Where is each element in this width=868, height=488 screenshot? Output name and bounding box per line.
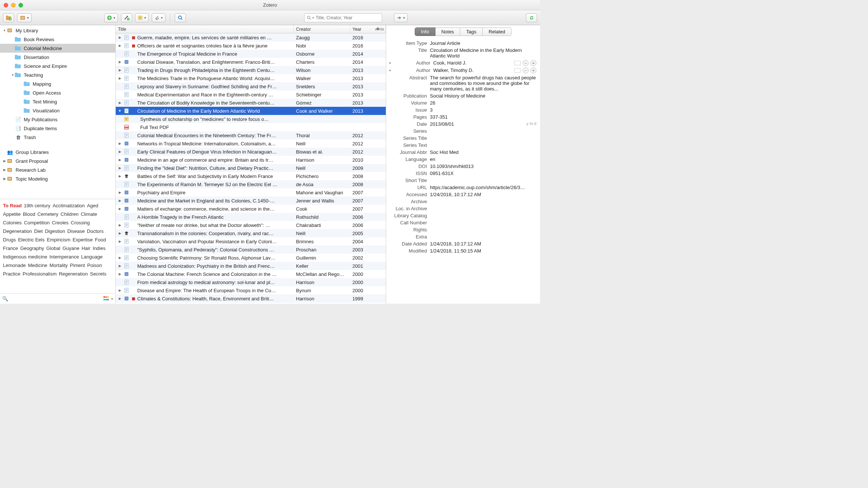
item-row[interactable]: ▶The Circulation of Bodily Knowledge in … xyxy=(116,99,386,107)
item-row[interactable]: Colonial Medical Encounters in the Ninet… xyxy=(116,131,386,139)
tag[interactable]: Food xyxy=(95,235,106,244)
quick-search[interactable]: ▾ xyxy=(304,13,382,22)
item-row[interactable]: PDFFull Text PDF xyxy=(116,123,386,131)
field-value[interactable]: 337-351 xyxy=(430,114,536,120)
special-trash[interactable]: 🗑Trash xyxy=(0,133,115,142)
field-value[interactable]: Soc Hist Med xyxy=(430,149,536,155)
disclosure-icon[interactable]: ▶ xyxy=(116,191,124,194)
item-row[interactable]: ▶Psychiatry and EmpireMahone and Vaughan… xyxy=(116,188,386,197)
item-row[interactable]: ▶Climates & Constitutions: Health, Race,… xyxy=(116,294,386,303)
tag[interactable]: Acclimatization xyxy=(53,201,85,210)
tag[interactable]: Crossing xyxy=(71,218,90,227)
tab-tags[interactable]: Tags xyxy=(460,27,483,36)
new-note-button[interactable]: ▾ xyxy=(135,13,149,22)
new-item-button[interactable]: ▾ xyxy=(104,13,118,22)
disclosure-icon[interactable]: ▶ xyxy=(116,44,124,47)
disclosure-icon[interactable]: ▶ xyxy=(116,231,124,235)
close-window-icon[interactable] xyxy=(4,3,8,7)
tag[interactable]: Blood xyxy=(23,210,35,218)
tag[interactable]: Piment xyxy=(70,261,85,270)
new-library-button[interactable]: ▾ xyxy=(17,13,32,22)
collection-1[interactable]: Colonial Medicine xyxy=(0,44,115,53)
minimize-window-icon[interactable] xyxy=(11,3,16,7)
tag[interactable]: Language xyxy=(81,253,103,261)
disclosure-icon[interactable]: ▶ xyxy=(116,256,124,260)
disclosure-icon[interactable]: ▶ xyxy=(116,158,124,162)
tag[interactable]: Doctors xyxy=(87,227,103,235)
tag[interactable]: Mortality xyxy=(49,261,68,270)
advanced-search-button[interactable] xyxy=(175,13,186,22)
field-value[interactable]: Social History of Medicine xyxy=(430,93,536,99)
item-row[interactable]: The Experiments of Ramón M. Termeyer SJ … xyxy=(116,180,386,188)
item-row[interactable]: Medical Experimentation and Race in the … xyxy=(116,90,386,99)
tag[interactable]: France xyxy=(3,244,18,253)
item-row[interactable]: A Horrible Tragedy in the French Atlanti… xyxy=(116,213,386,221)
collection-3[interactable]: Science and Empire xyxy=(0,62,115,70)
tag[interactable]: Creoles xyxy=(52,218,69,227)
tag[interactable]: Colonies xyxy=(3,218,22,227)
item-row[interactable]: Synthesis of scholarship on "medicines" … xyxy=(116,115,386,123)
tab-info[interactable]: Info xyxy=(415,27,435,36)
disclosure-icon[interactable]: ▶ xyxy=(116,101,124,105)
collection-teaching-0[interactable]: Mapping xyxy=(0,79,115,88)
column-year[interactable]: Year ∨ �ús xyxy=(350,25,386,33)
group-1[interactable]: ▶Research Lab xyxy=(0,165,115,174)
disclosure-icon[interactable]: ▶ xyxy=(116,199,124,202)
tag[interactable]: Digestion xyxy=(45,227,65,235)
field-value[interactable]: 1/24/2018, 10:17:12 AM xyxy=(430,241,536,247)
tag[interactable]: Electric Eels xyxy=(18,235,45,244)
item-row[interactable]: ▶Guerre, maladie, empire. Les services d… xyxy=(116,33,386,42)
tag[interactable]: Climate xyxy=(81,210,97,218)
add-by-identifier-button[interactable] xyxy=(121,13,132,22)
column-title[interactable]: Title xyxy=(116,25,294,33)
field-value[interactable]: 2013/08/01 xyxy=(430,121,524,127)
collection-0[interactable]: Book Reviews xyxy=(0,35,115,44)
field-value[interactable]: 0951-631X xyxy=(430,171,536,176)
column-creator[interactable]: Creator xyxy=(294,25,350,33)
tag[interactable]: Intemperance xyxy=(49,253,79,261)
item-row[interactable]: ▶Finding the "Ideal Diet": Nutrition, Cu… xyxy=(116,164,386,172)
tag[interactable]: Expertise xyxy=(73,235,93,244)
special-dup[interactable]: 📑Duplicate Items xyxy=(0,124,115,133)
item-row[interactable]: ▶Medicine and the Market in England and … xyxy=(116,197,386,205)
disclosure-icon[interactable]: ▶ xyxy=(116,272,124,276)
item-row[interactable]: ▶Officiers de santé et soignantes créole… xyxy=(116,42,386,50)
swap-names-icon[interactable] xyxy=(514,68,521,73)
item-row[interactable]: ▶Networks in Tropical Medicine: Internat… xyxy=(116,139,386,148)
item-row[interactable]: "Syphilis, Opiomania, and Pederasty": Co… xyxy=(116,245,386,254)
item-row[interactable]: ▶The Colonial Machine: French Science an… xyxy=(116,270,386,278)
item-row[interactable]: ▶Transnationalism in the colonies: Coope… xyxy=(116,229,386,237)
field-value[interactable]: 10.1093/shm/hkt013 xyxy=(430,164,536,169)
tag[interactable]: Hair xyxy=(82,244,91,253)
disclosure-icon[interactable]: ▼ xyxy=(116,109,124,113)
add-attachment-button[interactable]: ▾ xyxy=(152,13,165,22)
disclosure-icon[interactable]: ▶ xyxy=(116,36,124,39)
disclosure-icon[interactable]: ▶ xyxy=(116,142,124,145)
tag[interactable]: Drugs xyxy=(3,235,16,244)
tag[interactable]: Empiricism xyxy=(47,235,70,244)
disclosure-icon[interactable]: ▶ xyxy=(116,68,124,72)
item-row[interactable]: ▶The Medicines Trade in the Portuguese A… xyxy=(116,74,386,82)
locate-button[interactable]: ▾ xyxy=(394,13,408,22)
tag[interactable]: Disease xyxy=(67,227,85,235)
remove-author-icon[interactable]: − xyxy=(523,67,529,73)
field-value[interactable]: Journal Article xyxy=(430,40,536,46)
tag[interactable]: Degeneration xyxy=(3,227,32,235)
field-value[interactable]: Walker, Timothy D. xyxy=(433,67,512,73)
tag[interactable]: Guyane xyxy=(62,244,79,253)
item-row[interactable]: ▶Battles of the Self: War and Subjectivi… xyxy=(116,172,386,180)
item-row[interactable]: ▶Madness and Colonization: Psychiatry in… xyxy=(116,262,386,270)
item-row[interactable]: ▶Matters of exchange: commerce, medicine… xyxy=(116,205,386,213)
field-value[interactable]: 1/24/2018, 10:17:12 AM xyxy=(430,192,536,197)
tab-notes[interactable]: Notes xyxy=(435,27,460,36)
tag[interactable]: Indies xyxy=(93,244,106,253)
tag[interactable]: Children xyxy=(60,210,78,218)
collection-teaching[interactable]: ▾Teaching xyxy=(0,70,115,79)
disclosure-icon[interactable]: ▶ xyxy=(116,288,124,292)
item-row[interactable]: ▶Disease and Empire: The Health of Europ… xyxy=(116,286,386,294)
remove-author-icon[interactable]: − xyxy=(523,60,529,66)
field-value[interactable]: https://academic.oup.com/shm/article/26/… xyxy=(430,185,536,190)
sync-button[interactable] xyxy=(526,13,537,22)
tag[interactable]: Professionalism xyxy=(23,270,57,278)
item-row[interactable]: ▶Early Clinical Features of Dengue Virus… xyxy=(116,148,386,156)
